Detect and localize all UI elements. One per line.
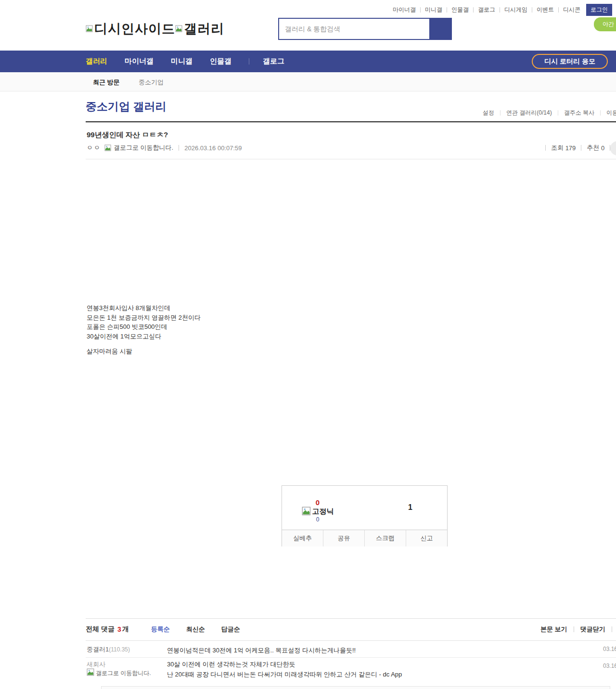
comment-gallog-link[interactable]: 갤로그로 이동합니다. xyxy=(96,670,151,676)
copy-gallery-url-link[interactable]: 갤주소 복사 xyxy=(564,109,594,117)
nav-item-persongall[interactable]: 인물갤 xyxy=(210,57,231,66)
topbar-link-minorgall[interactable]: 마이너갤 xyxy=(393,6,416,14)
divider xyxy=(500,110,500,116)
comment-author[interactable]: 새회사 갤로그로 이동합니다. xyxy=(87,661,154,677)
fixed-nick-label: 고정닉 xyxy=(312,507,334,516)
search-input[interactable] xyxy=(279,19,429,39)
comment-text: 30살 이전에 이런 생각하는것 자체가 대단한듯 난 20대때 공장 다니면서… xyxy=(167,659,402,679)
silbechu-button[interactable]: 실베추 xyxy=(282,530,323,546)
broken-image-icon xyxy=(175,25,183,33)
post-body-line: 포폴은 슨피500 빗코500인데 xyxy=(87,322,201,332)
report-button[interactable]: 신고 xyxy=(406,530,447,546)
fixed-nick-upvote-button[interactable]: 고정닉 xyxy=(300,507,335,516)
divider xyxy=(249,58,249,65)
gallery-logo-text: 갤러리 xyxy=(184,20,224,38)
sort-reply-order[interactable]: 답글순 xyxy=(221,625,240,634)
post-stats: 조회 179 추천 0 xyxy=(540,143,616,152)
broken-image-icon xyxy=(87,668,95,676)
post-meta: ㅇㅇ 갤로그로 이동합니다. 2026.03.16 00:07:59 xyxy=(87,143,242,152)
post-author[interactable]: ㅇㅇ xyxy=(87,143,101,152)
divider xyxy=(574,626,574,632)
usage-guide-link[interactable]: 이용 xyxy=(606,109,616,117)
breadcrumb-recent-visit[interactable]: 최근 방문 xyxy=(93,78,120,87)
divider xyxy=(558,110,558,116)
site-logo[interactable]: 디시인사이드 갤러리 xyxy=(86,20,224,38)
comment-row: 중갤러1(110.35) 연봉이넘적은데 30전에 1억 어케모음.. 목표설정… xyxy=(86,641,616,658)
sort-newest-order[interactable]: 최신순 xyxy=(186,625,205,634)
dc-lottery-button[interactable]: 디시 로터리 응모 xyxy=(532,54,608,69)
post-body-line: 모은돈 1천 보증금까지 영끌하면 2천이다 xyxy=(87,313,201,323)
gallery-header-links: 설정 연관 갤러리(0/14) 갤주소 복사 이용 xyxy=(483,109,616,117)
post-body-line: 살자마려움 시팔 xyxy=(87,347,201,356)
divider xyxy=(179,145,179,151)
divider xyxy=(420,7,421,13)
gallog-link[interactable]: 갤로그로 이동합니다. xyxy=(114,143,173,152)
comment-row: 새회사 갤로그로 이동합니다. 30살 이전에 이런 생각하는것 자체가 대단한… xyxy=(86,658,616,686)
view-count: 179 xyxy=(565,144,576,152)
nav-item-minorgall[interactable]: 마이너갤 xyxy=(125,57,154,66)
comments-count-unit: 개 xyxy=(122,625,129,634)
divider xyxy=(545,145,546,151)
topbar-link-dcgame[interactable]: 디시게임 xyxy=(504,6,527,14)
recommend-count-label: 추천 xyxy=(587,143,599,152)
site-logo-text: 디시인사이드 xyxy=(94,20,175,38)
topbar-link-event[interactable]: 이벤트 xyxy=(537,6,554,14)
divider xyxy=(600,110,601,116)
comments-header: 전체 댓글 3 개 등록순 최신순 답글순 xyxy=(86,625,257,634)
topbar-link-gallog[interactable]: 갤로그 xyxy=(478,6,495,14)
topbar-link-dccon[interactable]: 디시콘 xyxy=(563,6,580,14)
divider xyxy=(612,626,612,632)
nav-item-gallog[interactable]: 갤로그 xyxy=(263,57,284,66)
search-box xyxy=(278,18,452,40)
comment-text: 연봉이넘적은데 30전에 1억 어케모음.. 목표설정 다시하는게나을듯!! xyxy=(167,645,356,655)
divider xyxy=(86,121,616,122)
vote-cluster: 0 고정닉 0 xyxy=(300,498,335,523)
divider xyxy=(473,7,474,13)
comment-sort-options: 등록순 최신순 답글순 xyxy=(151,625,257,634)
broken-image-icon xyxy=(302,507,311,516)
comment-author[interactable]: 중갤러1(110.35) xyxy=(87,645,130,654)
post-body-line: 30살이전에 1억모으고싶다 xyxy=(87,332,201,341)
page-title: 중소기업 갤러리 xyxy=(86,99,166,114)
divider xyxy=(581,145,581,151)
nav-item-gallery[interactable]: 갤러리 xyxy=(86,57,107,66)
divider xyxy=(532,7,532,13)
comments-header-right: 본문 보기 댓글닫기 xyxy=(540,625,616,634)
divider xyxy=(558,7,559,13)
night-mode-badge[interactable]: 야간 도 xyxy=(594,17,616,31)
recommend-count: 0 xyxy=(601,144,604,152)
related-galleries-link[interactable]: 연관 갤러리(0/14) xyxy=(506,109,552,117)
search-button[interactable] xyxy=(429,19,451,39)
settings-link[interactable]: 설정 xyxy=(483,109,494,117)
comment-author-nick: 중갤러1 xyxy=(87,646,109,653)
vote-side-count: 1 xyxy=(408,503,412,512)
nav-item-minigall[interactable]: 미니갤 xyxy=(171,57,192,66)
post-date: 2026.03.16 00:07:59 xyxy=(184,144,242,152)
broken-image-icon xyxy=(104,144,112,152)
share-button[interactable]: 공유 xyxy=(323,530,364,546)
divider xyxy=(500,7,500,13)
comment-text-line: 난 20대때 공장 다니면서 버는돈 다써가며 미래생각따위 안하고 산거 같은… xyxy=(167,671,402,678)
divider xyxy=(86,159,616,159)
main-nav: 갤러리 마이너갤 미니갤 인물갤 갤로그 디시 로터리 응모 xyxy=(0,51,616,72)
vote-buttons: 실베추 공유 스크랩 신고 xyxy=(282,530,447,546)
comment-timestamp: 03.16 00 xyxy=(603,646,616,652)
upvote-count: 0 xyxy=(300,498,335,507)
comment-input-box[interactable] xyxy=(101,686,610,689)
comments-count: 3 xyxy=(117,625,121,633)
post-body-line: 연봉3천회사입사 8개월차인데 xyxy=(87,303,201,313)
sort-registered-order[interactable]: 등록순 xyxy=(151,625,170,634)
vote-box-top: 0 고정닉 0 1 xyxy=(282,486,447,530)
downvote-count: 0 xyxy=(300,516,335,523)
view-post-link[interactable]: 본문 보기 xyxy=(540,625,567,634)
post-title: 99년생인데 자산 ㅁㅌㅊ? xyxy=(87,130,168,140)
topbar-link-persongall[interactable]: 인물갤 xyxy=(451,6,469,14)
scrap-button[interactable]: 스크랩 xyxy=(364,530,406,546)
comment-text-line: 30살 이전에 이런 생각하는것 자체가 대단한듯 xyxy=(167,661,295,668)
topbar-link-minigall[interactable]: 미니갤 xyxy=(425,6,442,14)
login-button[interactable]: 로그인 xyxy=(586,4,612,16)
breadcrumb-current-gallery[interactable]: 중소기업 xyxy=(139,78,164,87)
divider xyxy=(447,7,447,13)
divider xyxy=(86,618,616,619)
close-comments-link[interactable]: 댓글닫기 xyxy=(580,625,605,634)
